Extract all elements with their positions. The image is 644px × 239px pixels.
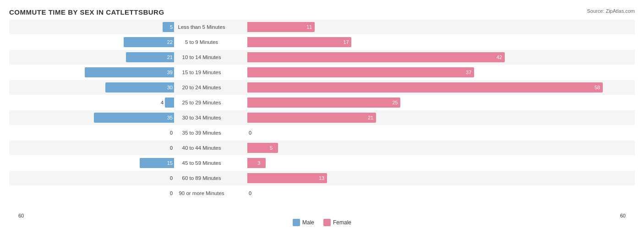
chart-row: 0090 or more Minutes [9,186,635,201]
row-label: Less than 5 Minutes [156,23,247,31]
value-female: 42 [497,54,502,61]
axis-label-right: 60 [620,213,626,229]
row-label: 40 to 44 Minutes [156,144,247,152]
legend-female-label: Female [333,219,351,226]
row-label: 10 to 14 Minutes [156,54,247,61]
bar-female [247,143,278,153]
chart-container: COMMUTE TIME BY SEX IN CATLETTSBURG Sour… [0,0,644,239]
value-female: 0 [249,190,251,197]
bar-female [247,113,376,123]
chart-title: COMMUTE TIME BY SEX IN CATLETTSBURG [9,8,635,16]
axis-label-left: 60 [18,213,24,229]
chart-row: 214210 to 14 Minutes [9,50,635,65]
value-female: 11 [306,23,312,31]
value-female: 0 [249,129,251,136]
bar-female [247,98,400,108]
row-label: 20 to 24 Minutes [156,84,247,91]
chart-row: 0540 to 44 Minutes [9,141,635,155]
value-female: 13 [319,174,324,182]
chart-row: 22175 to 9 Minutes [9,35,635,49]
value-female: 5 [270,144,273,152]
bar-female [247,173,327,183]
row-label: 25 to 29 Minutes [156,99,247,106]
source-text: Source: ZipAtlas.com [587,8,635,14]
bar-female [247,37,351,47]
legend: Male Female [293,216,351,229]
row-label: 90 or more Minutes [156,190,247,197]
bar-female [247,22,315,32]
row-label: 15 to 19 Minutes [156,69,247,76]
bar-female [247,52,505,62]
chart-row: 15345 to 59 Minutes [9,156,635,170]
row-label: 5 to 9 Minutes [156,38,247,46]
chart-row: 0035 to 39 Minutes [9,125,635,140]
legend-male-label: Male [302,219,314,226]
legend-male-box [293,219,300,226]
bar-female [247,67,474,77]
chart-row: 511Less than 5 Minutes [9,20,635,34]
row-label: 60 to 89 Minutes [156,174,247,182]
bar-female [247,82,603,92]
chart-row: 305820 to 24 Minutes [9,80,635,95]
value-female: 21 [368,114,373,121]
value-female: 17 [343,38,349,46]
value-female: 3 [257,159,260,167]
chart-row: 352130 to 34 Minutes [9,110,635,125]
chart-row: 42525 to 29 Minutes [9,95,635,110]
legend-male: Male [293,219,314,226]
legend-female-box [323,219,331,226]
value-female: 58 [595,84,600,91]
value-female: 37 [466,69,471,76]
bar-female [247,158,266,168]
value-female: 25 [392,99,398,106]
chart-area: 511Less than 5 Minutes22175 to 9 Minutes… [9,20,635,212]
row-label: 35 to 39 Minutes [156,129,247,136]
chart-row: 01360 to 89 Minutes [9,171,635,185]
row-label: 30 to 34 Minutes [156,114,247,121]
row-label: 45 to 59 Minutes [156,159,247,167]
chart-row: 393715 to 19 Minutes [9,65,635,80]
legend-female: Female [323,219,351,226]
